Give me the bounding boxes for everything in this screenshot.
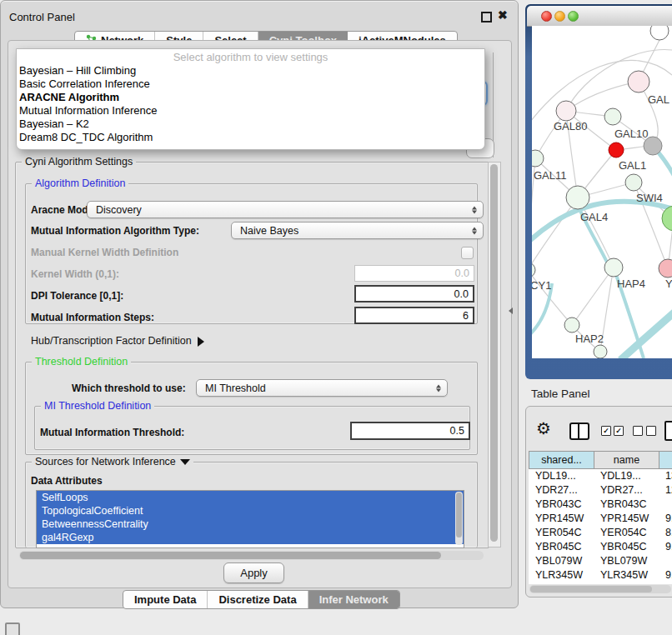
close-button[interactable] (541, 11, 552, 22)
dropdown-option-basic-correlation-inference[interactable]: Basic Correlation Inference (17, 78, 484, 91)
mi-type-select[interactable]: Naive Bayes (231, 222, 484, 239)
network-window-titlebar[interactable] (527, 6, 672, 27)
data-attributes-list[interactable]: SelfLoopsTopologicalCoefficientBetweenne… (36, 490, 464, 548)
tab-impute-data[interactable]: Impute Data (123, 591, 208, 608)
which-threshold-label: Which threshold to use: (72, 380, 186, 397)
mi-steps-value: 6 (463, 310, 469, 322)
table-cell (659, 554, 672, 568)
attribute-item-betweennesscentrality[interactable]: BetweennessCentrality (37, 518, 464, 531)
scrollbar-thumb[interactable] (490, 164, 498, 542)
network-node-swi4[interactable] (625, 174, 642, 191)
dpi-tolerance-value: 0.0 (454, 288, 469, 300)
network-node-gal[interactable] (628, 71, 649, 92)
table-cell: YBR045C (529, 540, 594, 554)
minimize-button[interactable] (554, 11, 565, 22)
network-node-hap2[interactable] (564, 318, 579, 332)
table-panel-window: ⚙ ✓ ✓ shared...name YDL19...YDL19...13YD… (525, 406, 672, 598)
attribute-item-topologicalcoefficient[interactable]: TopologicalCoefficient (37, 504, 464, 518)
split-columns-icon[interactable] (569, 422, 589, 440)
network-node-gal4[interactable] (566, 186, 589, 209)
checked-checkbox-icon[interactable]: ✓ (614, 426, 624, 436)
table-cell: YIL052C (594, 582, 659, 584)
zoom-button[interactable] (568, 11, 579, 22)
gear-icon[interactable]: ⚙ (536, 418, 551, 438)
mi-type-value: Naive Bayes (240, 225, 298, 237)
column-header-extra[interactable] (659, 451, 672, 469)
table-cell: 9. (659, 582, 672, 584)
network-node-gal10[interactable] (604, 108, 621, 125)
attribute-item-selfloops[interactable]: SelfLoops (37, 491, 464, 504)
table-panel-title: Table Panel (531, 388, 590, 400)
dropdown-option-bayesian-hill-climbing[interactable]: Bayesian – Hill Climbing (17, 64, 484, 78)
table-row[interactable]: YDL19...YDL19...13 (529, 469, 672, 483)
tab-infer-network[interactable]: Infer Network (308, 591, 399, 608)
table-horizontal-scrollbar[interactable] (529, 585, 671, 593)
algorithm-dropdown-popup: Select algorithm to view settings Bayesi… (16, 48, 485, 150)
network-node[interactable] (650, 26, 669, 40)
table-cell: YBL079W (529, 554, 594, 568)
table-row[interactable]: YLR345WYLR345W9. (529, 568, 672, 582)
hub-definition-toggle[interactable]: Hub/Transcription Factor Definition (31, 332, 204, 349)
unchecked-checkbox-icon[interactable] (633, 426, 643, 436)
network-canvas[interactable]: GALGAL80GAL10GAL1GAL11SWI4GAL4GCY1HAP4YH… (532, 26, 672, 358)
table-row[interactable]: YBR045CYBR045C9. (529, 540, 672, 554)
table-options-icon[interactable] (664, 421, 672, 441)
table-row[interactable]: YER054CYER054C8. (529, 526, 672, 540)
attribute-item-gal4rgexp[interactable]: gal4RGexp (37, 531, 464, 544)
settings-vertical-scrollbar[interactable] (488, 162, 501, 548)
close-window-icon[interactable]: ✖ (498, 8, 508, 22)
node-label-swi4: SWI4 (636, 192, 663, 204)
column-header-shared[interactable]: shared... (529, 451, 594, 469)
network-node-y[interactable] (659, 259, 672, 278)
unchecked-checkbox-icon[interactable] (646, 426, 656, 436)
tab-discretize-data[interactable]: Discretize Data (208, 591, 308, 608)
table-row[interactable]: YIL052CYIL052C9. (529, 582, 672, 584)
table-cell: 9. (659, 568, 672, 582)
network-node-gal1[interactable] (609, 142, 624, 158)
network-node[interactable] (594, 345, 607, 358)
manual-kernel-checkbox[interactable] (461, 247, 474, 259)
node-label-gal80: GAL80 (554, 120, 587, 132)
dpi-tolerance-field[interactable]: 0.0 (354, 285, 474, 302)
network-node-hap4[interactable] (604, 258, 623, 277)
checked-checkbox-icon[interactable]: ✓ (601, 426, 611, 436)
mi-threshold-field[interactable]: 0.5 (350, 422, 470, 440)
network-graph: GALGAL80GAL10GAL1GAL11SWI4GAL4GCY1HAP4YH… (532, 26, 672, 358)
network-node-gal80[interactable] (556, 101, 576, 121)
splitter-collapse-icon[interactable] (509, 308, 513, 314)
table-row[interactable]: YPR145WYPR145W9. (529, 512, 672, 526)
dropdown-option-bayesian-k2[interactable]: Bayesian – K2 (17, 118, 484, 131)
kernel-width-field[interactable]: 0.0 (354, 265, 474, 282)
sources-title-label: Sources for Network Inference (35, 456, 176, 468)
scrollbar-thumb[interactable] (20, 552, 441, 559)
table-cell: YBR043C (529, 498, 594, 512)
network-node-gcy1[interactable] (532, 262, 535, 278)
list-vertical-scrollbar[interactable] (455, 492, 463, 545)
table-row[interactable]: YBR043CYBR043C (529, 498, 672, 512)
node-label-hap2: HAP2 (575, 332, 604, 345)
desktop: Control Panel ✖ NetworkStyleSelectCyni T… (0, 0, 672, 635)
table-cell: YDR27... (594, 483, 659, 498)
apply-button[interactable]: Apply (223, 562, 284, 583)
mi-steps-field[interactable]: 6 (354, 307, 474, 324)
dropdown-option-dream8-dc-tdc-algorithm[interactable]: Dream8 DC_TDC Algorithm (17, 131, 484, 144)
group-title: Threshold Definition (32, 356, 131, 368)
network-node[interactable] (662, 206, 672, 231)
float-window-icon[interactable] (481, 12, 492, 22)
table-row[interactable]: YDR27...YDR27...12 (529, 483, 672, 498)
aracne-mode-select[interactable]: Discovery (87, 201, 484, 218)
sources-title[interactable]: Sources for Network Inference (32, 456, 193, 468)
scrollbar-thumb[interactable] (530, 586, 652, 592)
dropdown-option-mutual-information-inference[interactable]: Mutual Information Inference (17, 104, 484, 118)
node-label-gal1: GAL1 (619, 159, 646, 172)
which-threshold-select[interactable]: MI Threshold (196, 379, 448, 397)
dropdown-option-aracne-algorithm[interactable]: ARACNE Algorithm (17, 91, 484, 104)
dock-icon[interactable] (5, 622, 20, 635)
table-cell: YIL052C (529, 582, 594, 584)
settings-horizontal-scrollbar[interactable] (19, 551, 484, 560)
network-nodes: GALGAL80GAL10GAL1GAL11SWI4GAL4GCY1HAP4YH… (532, 26, 672, 358)
column-header-name[interactable]: name (594, 451, 659, 469)
network-node[interactable] (644, 137, 662, 155)
table-row[interactable]: YBL079WYBL079W (529, 554, 672, 568)
scrollbar-thumb[interactable] (456, 492, 462, 538)
